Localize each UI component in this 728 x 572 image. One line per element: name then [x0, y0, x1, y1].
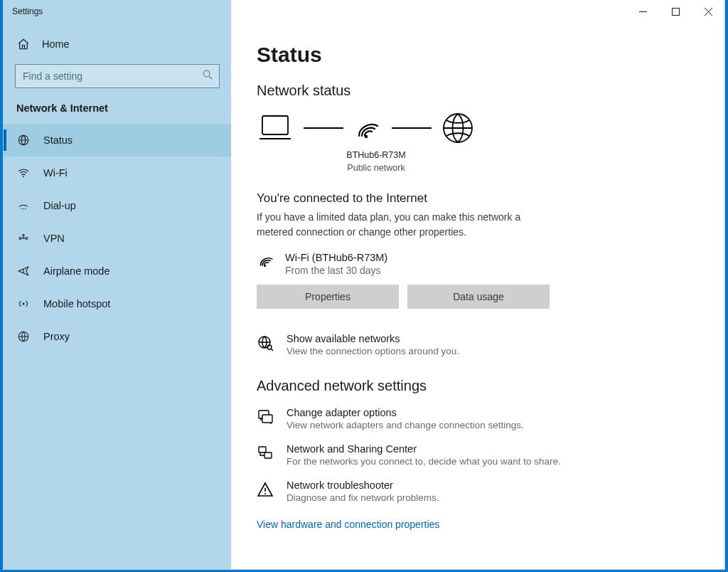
svg-point-9	[23, 234, 24, 235]
troubleshoot-title: Network troubleshooter	[287, 480, 439, 491]
close-button[interactable]	[692, 0, 724, 23]
hardware-properties-link[interactable]: View hardware and connection properties	[257, 519, 439, 530]
show-available-networks[interactable]: Show available networks View the connect…	[257, 333, 655, 356]
network-diagram	[257, 112, 699, 144]
svg-point-1	[203, 70, 210, 77]
connection-period: From the last 30 days	[285, 265, 387, 276]
sidebar-item-airplane[interactable]: Airplane mode	[4, 255, 231, 287]
available-title: Show available networks	[287, 333, 459, 344]
connection-name: Wi-Fi (BTHub6-R73M)	[285, 252, 387, 263]
titlebar[interactable]: Settings	[4, 0, 724, 23]
troubleshoot-desc: Diagnose and fix network problems.	[287, 492, 439, 503]
globe-grid-icon	[16, 133, 31, 147]
sidebar-item-label: Wi-Fi	[43, 167, 68, 179]
sharing-icon	[257, 443, 275, 465]
network-status-heading: Network status	[257, 83, 699, 99]
sidebar-home-label: Home	[42, 38, 70, 50]
home-icon	[16, 37, 31, 51]
wifi-icon	[257, 252, 275, 272]
properties-button[interactable]: Properties	[257, 285, 399, 309]
svg-rect-19	[262, 415, 272, 423]
laptop-icon	[257, 113, 294, 143]
svg-rect-0	[672, 8, 679, 15]
diagram-ssid: BTHub6-R73M	[316, 149, 436, 161]
advanced-heading: Advanced network settings	[257, 378, 699, 394]
sidebar-home[interactable]: Home	[4, 30, 231, 58]
airplane-icon	[16, 264, 31, 278]
globe-search-icon	[257, 333, 275, 354]
sidebar-item-proxy[interactable]: Proxy	[4, 320, 231, 353]
vpn-icon	[16, 231, 31, 245]
sidebar-category-title: Network & Internet	[4, 98, 231, 124]
adapter-desc: View network adapters and change connect…	[287, 420, 524, 430]
sharing-desc: For the networks you connect to, decide …	[287, 456, 561, 467]
svg-point-5	[23, 208, 24, 210]
svg-point-7	[19, 238, 21, 240]
sidebar-item-dialup[interactable]: Dial-up	[4, 189, 231, 222]
svg-point-15	[264, 265, 266, 267]
svg-point-4	[21, 208, 22, 210]
sidebar: Home Network & Internet Status	[4, 23, 231, 569]
svg-point-8	[26, 238, 28, 240]
sidebar-item-label: Airplane mode	[43, 265, 110, 277]
svg-point-13	[365, 135, 368, 138]
settings-window: Settings Home	[4, 0, 724, 569]
search-wrap	[4, 58, 231, 98]
sidebar-item-label: Mobile hotspot	[43, 298, 110, 309]
search-icon	[202, 69, 213, 83]
maximize-button[interactable]	[659, 0, 692, 23]
sharing-title: Network and Sharing Center	[287, 443, 561, 455]
change-adapter-options[interactable]: Change adapter options View network adap…	[257, 407, 655, 430]
diagram-caption: BTHub6-R73M Public network	[316, 149, 436, 174]
svg-rect-20	[259, 447, 266, 452]
diagram-network-type: Public network	[316, 161, 436, 174]
adapter-icon	[257, 407, 275, 428]
svg-point-3	[23, 176, 24, 177]
diagram-line	[392, 127, 432, 129]
sidebar-item-status[interactable]: Status	[4, 124, 231, 157]
diagram-line	[304, 127, 343, 129]
connected-title: You're connected to the Internet	[257, 191, 699, 206]
available-desc: View the connection options around you.	[287, 346, 459, 356]
sidebar-item-wifi[interactable]: Wi-Fi	[4, 157, 231, 189]
minimize-button[interactable]	[626, 0, 659, 23]
search-box[interactable]	[15, 64, 220, 88]
wifi-signal-icon	[353, 115, 382, 142]
hotspot-icon	[16, 297, 31, 311]
svg-rect-21	[264, 452, 272, 458]
data-usage-button[interactable]: Data usage	[407, 285, 550, 309]
proxy-globe-icon	[16, 329, 31, 344]
svg-point-10	[23, 303, 25, 305]
wifi-icon	[16, 166, 31, 180]
sidebar-item-hotspot[interactable]: Mobile hotspot	[4, 287, 231, 320]
sidebar-item-label: Proxy	[43, 331, 70, 342]
page-title: Status	[257, 43, 699, 67]
network-sharing-center[interactable]: Network and Sharing Center For the netwo…	[257, 443, 655, 467]
sidebar-item-label: Dial-up	[43, 200, 76, 211]
dialup-icon	[16, 198, 31, 213]
search-input[interactable]	[23, 70, 202, 82]
svg-rect-12	[262, 116, 288, 134]
sidebar-item-vpn[interactable]: VPN	[4, 222, 231, 255]
svg-point-22	[264, 493, 266, 494]
window-controls	[626, 0, 724, 23]
connection-list-item[interactable]: Wi-Fi (BTHub6-R73M) From the last 30 day…	[257, 252, 699, 276]
main-content: Status Network status BTHub6-R73M Public…	[231, 23, 724, 569]
globe-icon	[441, 112, 474, 144]
window-title: Settings	[12, 6, 43, 16]
sidebar-item-label: VPN	[43, 233, 65, 244]
sidebar-item-label: Status	[43, 134, 73, 146]
connected-desc: If you have a limited data plan, you can…	[257, 210, 527, 239]
svg-point-6	[25, 208, 26, 210]
sidebar-nav: Status Wi-Fi Dial-up	[4, 124, 231, 353]
network-troubleshooter[interactable]: Network troubleshooter Diagnose and fix …	[257, 480, 655, 503]
warning-icon	[257, 480, 275, 501]
adapter-title: Change adapter options	[287, 407, 524, 418]
